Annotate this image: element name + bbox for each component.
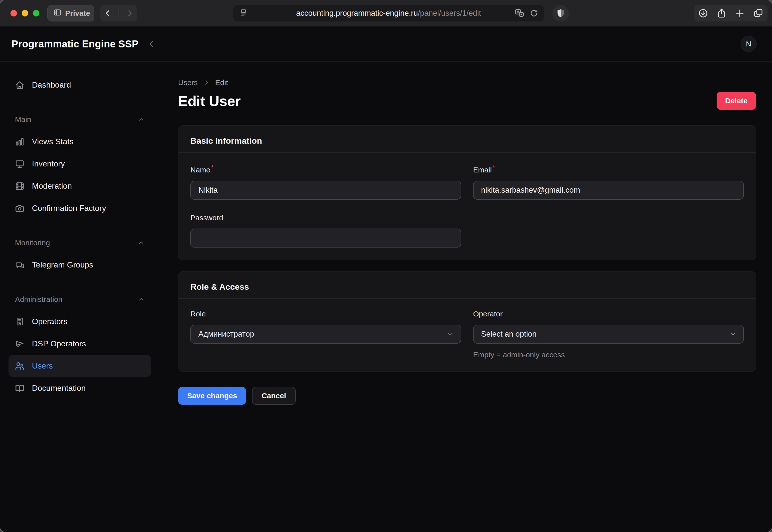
monitor-icon xyxy=(15,159,24,169)
app-header: Programmatic Engine SSP N xyxy=(0,26,772,62)
sidebar-section-main[interactable]: Main xyxy=(8,108,151,131)
sidebar-item-documentation[interactable]: Documentation xyxy=(8,377,151,399)
sidebar-item-dsp-operators[interactable]: DSP Operators xyxy=(8,333,151,355)
name-field: Name* xyxy=(190,164,461,200)
breadcrumb: Users Edit xyxy=(178,78,756,87)
role-access-card: Role & Access Role Администратор Operato… xyxy=(178,271,756,372)
traffic-lights xyxy=(10,10,39,16)
role-selected-value: Администратор xyxy=(198,330,254,339)
chevron-left-icon xyxy=(147,39,156,49)
nav-divider xyxy=(119,8,119,18)
svg-text:★: ★ xyxy=(520,13,522,16)
sidebar-item-views-stats[interactable]: Views Stats xyxy=(8,131,151,153)
password-label: Password xyxy=(190,214,461,222)
toolbar-actions xyxy=(694,5,768,21)
forward-button[interactable] xyxy=(125,9,134,18)
form-actions: Save changes Cancel xyxy=(178,387,756,405)
chevron-up-icon xyxy=(138,239,145,246)
card-header: Basic Information xyxy=(178,126,756,153)
operator-selected-value: Select an option xyxy=(481,330,536,339)
sidebar-item-label: Documentation xyxy=(32,384,86,393)
sidebar-item-label: DSP Operators xyxy=(32,339,86,348)
browser-toolbar: Private accounting.programmatic-engine.r… xyxy=(0,0,772,26)
tab-overview-button[interactable] xyxy=(753,8,764,18)
sidebar-item-telegram-groups[interactable]: Telegram Groups xyxy=(8,254,151,276)
bar-chart-icon xyxy=(15,137,24,146)
sidebar-item-dashboard[interactable]: Dashboard xyxy=(8,74,151,96)
share-button[interactable] xyxy=(716,8,727,18)
avatar[interactable]: N xyxy=(741,36,757,52)
back-button[interactable] xyxy=(103,9,112,18)
sidebar-item-confirmation-factory[interactable]: Confirmation Factory xyxy=(8,197,151,219)
url-host: accounting.programmatic-engine.ru xyxy=(296,9,418,17)
name-label: Name* xyxy=(190,164,461,174)
film-icon xyxy=(15,181,24,191)
shield-icon xyxy=(556,8,566,18)
url-path: /panel/users/1/edit xyxy=(418,9,481,17)
collapse-sidebar-button[interactable] xyxy=(147,39,156,49)
book-open-icon xyxy=(15,384,24,393)
card-header: Role & Access xyxy=(178,271,756,299)
sidebar-item-users[interactable]: Users xyxy=(8,355,151,377)
operator-label: Operator xyxy=(473,310,744,318)
new-tab-button[interactable] xyxy=(735,8,745,18)
page-title: Edit User xyxy=(178,93,241,109)
sidebar-item-moderation[interactable]: Moderation xyxy=(8,175,151,197)
cancel-button[interactable]: Cancel xyxy=(252,387,295,405)
reload-icon[interactable] xyxy=(529,9,538,18)
password-field: Password xyxy=(190,214,461,248)
app-title: Programmatic Engine SSP xyxy=(11,38,138,50)
address-bar[interactable]: accounting.programmatic-engine.ru/panel/… xyxy=(233,5,544,21)
name-input[interactable] xyxy=(190,181,461,200)
operator-select[interactable]: Select an option xyxy=(473,325,744,344)
role-select[interactable]: Администратор xyxy=(190,325,461,344)
sidebar-section-administration[interactable]: Administration xyxy=(8,288,151,310)
breadcrumb-current: Edit xyxy=(215,78,228,87)
sidebar-item-label: Users xyxy=(32,361,53,371)
delete-button[interactable]: Delete xyxy=(717,92,756,110)
section-label: Administration xyxy=(15,295,62,304)
sidebar-item-label: Telegram Groups xyxy=(32,260,93,269)
url-text: accounting.programmatic-engine.ru/panel/… xyxy=(233,9,544,18)
close-window-button[interactable] xyxy=(10,10,17,16)
minimize-window-button[interactable] xyxy=(22,10,28,16)
history-nav xyxy=(100,5,137,21)
downloads-button[interactable] xyxy=(698,8,708,18)
sidebar-icon xyxy=(53,8,62,18)
password-input[interactable] xyxy=(190,229,461,248)
chevron-down-icon xyxy=(447,330,454,338)
browser-window: Private accounting.programmatic-engine.r… xyxy=(0,0,772,532)
sidebar-item-label: Operators xyxy=(32,317,67,326)
breadcrumb-users-link[interactable]: Users xyxy=(178,78,198,87)
users-icon xyxy=(15,361,24,371)
email-label: Email* xyxy=(473,164,744,174)
operator-field: Operator Select an option Empty = admin-… xyxy=(473,310,744,359)
chevron-down-icon xyxy=(729,330,737,338)
sidebar-item-operators[interactable]: Operators xyxy=(8,310,151,333)
operator-hint: Empty = admin-only access xyxy=(473,351,744,359)
camera-icon xyxy=(15,204,24,213)
megaphone-icon xyxy=(15,339,24,349)
chevron-up-icon xyxy=(138,296,145,303)
card-title: Basic Information xyxy=(190,136,262,145)
translate-icon[interactable]: A★ xyxy=(515,8,524,18)
sidebar-item-inventory[interactable]: Inventory xyxy=(8,153,151,175)
privacy-shield-button[interactable] xyxy=(552,5,569,21)
sidebar: Dashboard Main Views Stats Inventory Mod… xyxy=(0,62,160,532)
section-label: Main xyxy=(15,115,31,124)
building-icon xyxy=(15,317,24,326)
save-button[interactable]: Save changes xyxy=(178,387,246,405)
private-browsing-badge[interactable]: Private xyxy=(47,5,94,21)
zoom-window-button[interactable] xyxy=(33,10,39,16)
chat-bubbles-icon xyxy=(15,260,24,270)
role-label: Role xyxy=(190,310,461,318)
basic-information-card: Basic Information Name* Email* Password xyxy=(178,125,756,260)
role-field: Role Администратор xyxy=(190,310,461,359)
sidebar-section-monitoring[interactable]: Monitoring xyxy=(8,232,151,254)
required-marker: * xyxy=(493,164,495,171)
sidebar-item-label: Moderation xyxy=(32,181,72,191)
sidebar-item-label: Dashboard xyxy=(32,80,71,90)
email-field: Email* xyxy=(473,164,744,200)
email-input[interactable] xyxy=(473,181,744,200)
main-content: Users Edit Edit User Delete Basic Inform… xyxy=(160,62,772,532)
